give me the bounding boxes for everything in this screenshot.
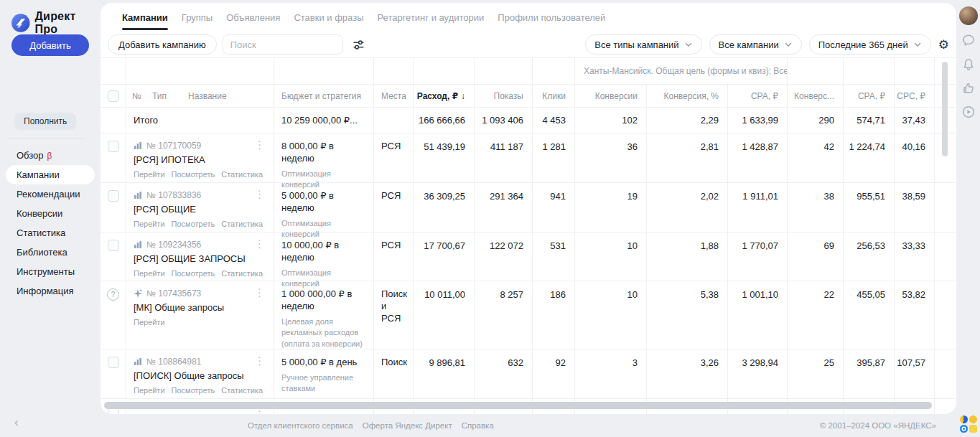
budget-value: 8 000,00 ₽ в неделю bbox=[281, 141, 365, 165]
yellow-square-mini-icon[interactable] bbox=[969, 425, 977, 433]
sidebar-item-information[interactable]: Информация bbox=[0, 281, 101, 301]
cell-conv-rate: 2,81 bbox=[647, 133, 728, 182]
kebab-menu-icon[interactable]: ⋮ bbox=[254, 355, 265, 366]
go-to-link[interactable]: Перейти bbox=[134, 269, 165, 278]
pie-mini-icon[interactable] bbox=[960, 415, 968, 423]
date-range-filter[interactable]: Последние 365 дней bbox=[809, 34, 931, 55]
col-header-number[interactable]: № bbox=[132, 91, 152, 101]
cell-cpa2: 256,53 bbox=[844, 232, 895, 281]
col-header-type[interactable]: Тип bbox=[152, 91, 188, 101]
strategy-label: Целевая доля рекламных расходов (оплата … bbox=[281, 316, 365, 349]
campaign-name[interactable]: [МК] Общие запросы bbox=[134, 302, 263, 313]
campaign-name[interactable]: [РСЯ] ОБЩИЕ bbox=[134, 204, 263, 215]
row-checkbox[interactable] bbox=[108, 357, 119, 368]
tab-user-profiles[interactable]: Профили пользователей bbox=[498, 3, 605, 32]
video-play-icon[interactable] bbox=[961, 105, 976, 122]
campaign-name[interactable]: [РСЯ] ОБЩИЕ ЗАПРОСЫ bbox=[134, 253, 263, 264]
yellow-mini-icon[interactable] bbox=[969, 415, 977, 423]
cell-cpc: 33,33 bbox=[895, 232, 935, 281]
collapse-chevron-icon[interactable]: ‹ bbox=[14, 415, 19, 430]
row-checkbox[interactable] bbox=[108, 190, 119, 202]
go-to-link[interactable]: Перейти bbox=[134, 170, 165, 179]
add-campaign-button[interactable]: Добавить кампанию bbox=[108, 34, 217, 55]
view-link[interactable]: Посмотреть bbox=[172, 220, 215, 228]
row-checkbox[interactable] bbox=[108, 240, 119, 251]
view-link[interactable]: Посмотреть bbox=[172, 386, 215, 395]
col-header-budget[interactable]: Бюджет и стратегия bbox=[274, 85, 374, 107]
totals-cpc: 37,43 bbox=[895, 108, 935, 133]
cell-conversions2: 38 bbox=[788, 183, 844, 232]
topup-button[interactable]: Пополнить bbox=[14, 113, 76, 130]
totals-conversions: 102 bbox=[575, 108, 647, 133]
goal-group-label: Ханты-Мансийск. Общая цель (формы и квиз… bbox=[575, 58, 788, 84]
tab-campaigns[interactable]: Кампании bbox=[122, 3, 168, 32]
tab-groups[interactable]: Группы bbox=[182, 3, 213, 32]
vertical-scrollbar[interactable] bbox=[942, 62, 948, 156]
campaign-type-filter[interactable]: Все типы кампаний bbox=[585, 34, 701, 55]
cell-cpa: 1 001,10 bbox=[728, 281, 788, 349]
col-header-shows[interactable]: Показы bbox=[475, 85, 533, 107]
go-to-link[interactable]: Перейти bbox=[134, 220, 165, 228]
sidebar-item-library[interactable]: Библиотека bbox=[0, 243, 101, 262]
tab-bids-phrases[interactable]: Ставки и фразы bbox=[294, 3, 363, 32]
cell-conversions2: 69 bbox=[788, 232, 844, 281]
col-header-name[interactable]: Название bbox=[188, 91, 227, 101]
user-avatar[interactable] bbox=[959, 6, 978, 25]
campaigns-table: Ханты-Мансийск. Общая цель (формы и квиз… bbox=[101, 57, 956, 414]
col-header-conv-rate[interactable]: Конверсия, % bbox=[647, 85, 728, 107]
select-all-checkbox[interactable] bbox=[108, 90, 119, 102]
col-header-conversions2[interactable]: Конверс... bbox=[788, 85, 844, 107]
horizontal-scrollbar[interactable] bbox=[104, 402, 932, 409]
kebab-menu-icon[interactable]: ⋮ bbox=[254, 189, 265, 199]
sidebar-item-overview[interactable]: Обзорβ bbox=[0, 146, 101, 165]
go-to-link[interactable]: Перейти bbox=[134, 386, 165, 395]
tab-retargeting[interactable]: Ретаргетинг и аудитории bbox=[377, 3, 484, 32]
direct-pro-logo[interactable]: Директ Про bbox=[11, 10, 101, 36]
statistics-link[interactable]: Статистика bbox=[221, 386, 263, 395]
view-link[interactable]: Посмотреть bbox=[172, 170, 215, 179]
sidebar-item-recommendations[interactable]: Рекомендации bbox=[0, 184, 101, 204]
col-header-cpa[interactable]: CPA, ₽ bbox=[728, 85, 788, 107]
logo-text: Директ Про bbox=[35, 10, 101, 36]
statistics-link[interactable]: Статистика bbox=[221, 269, 263, 278]
col-header-cpa2[interactable]: CPA, ₽ bbox=[844, 85, 895, 107]
thumbs-up-icon[interactable] bbox=[961, 81, 976, 98]
sidebar-item-tools[interactable]: Инструменты bbox=[0, 262, 101, 281]
go-to-link[interactable]: Перейти bbox=[134, 318, 165, 326]
statistics-link[interactable]: Статистика bbox=[221, 170, 263, 179]
table-group-header-row: Ханты-Мансийск. Общая цель (формы и квиз… bbox=[101, 57, 956, 85]
offer-link[interactable]: Оферта Яндекс Директ bbox=[363, 421, 452, 430]
sidebar-item-conversions[interactable]: Конверсии bbox=[0, 204, 101, 223]
chevron-down-icon bbox=[684, 40, 693, 49]
totals-conversions2: 290 bbox=[788, 108, 844, 133]
campaign-filter[interactable]: Все кампании bbox=[709, 34, 802, 55]
col-header-clicks[interactable]: Клики bbox=[533, 85, 575, 107]
search-input[interactable] bbox=[223, 34, 343, 55]
question-circle-icon[interactable]: ? bbox=[107, 288, 119, 301]
statistics-link[interactable]: Статистика bbox=[221, 220, 263, 228]
notifications-bell-icon[interactable] bbox=[961, 57, 976, 75]
sidebar-item-campaigns[interactable]: Кампании bbox=[0, 165, 101, 184]
kebab-menu-icon[interactable]: ⋮ bbox=[254, 139, 265, 150]
campaign-name[interactable]: [ПОИСК] Общие запросы bbox=[134, 370, 263, 381]
sidebar-item-statistics[interactable]: Статистика bbox=[0, 223, 101, 243]
blue-ring-mini-icon[interactable] bbox=[960, 425, 968, 433]
help-link[interactable]: Справка bbox=[462, 421, 494, 430]
filter-sliders-icon[interactable] bbox=[349, 34, 369, 55]
chat-icon[interactable] bbox=[961, 33, 976, 50]
browser-extension-icons[interactable] bbox=[960, 415, 977, 433]
kebab-menu-icon[interactable]: ⋮ bbox=[254, 238, 265, 249]
client-service-link[interactable]: Отдел клиентского сервиса bbox=[248, 421, 353, 430]
col-header-conversions[interactable]: Конверсии bbox=[575, 85, 647, 107]
main-panel: Кампании Группы Объявления Ставки и фраз… bbox=[101, 3, 956, 414]
tab-ads[interactable]: Объявления bbox=[226, 3, 280, 32]
campaign-name[interactable]: [РСЯ] ИПОТЕКА bbox=[134, 154, 263, 165]
col-header-spend-sorted[interactable]: Расход, ₽↓ bbox=[414, 85, 475, 107]
col-header-cpc[interactable]: CPC, ₽ bbox=[895, 85, 935, 107]
view-link[interactable]: Посмотреть bbox=[172, 269, 215, 278]
settings-gear-icon[interactable]: ⚙ bbox=[938, 39, 949, 51]
col-header-places[interactable]: Места bbox=[374, 85, 414, 107]
row-checkbox[interactable] bbox=[108, 141, 119, 152]
kebab-menu-icon[interactable]: ⋮ bbox=[254, 287, 265, 298]
add-button[interactable]: Добавить bbox=[11, 34, 89, 56]
